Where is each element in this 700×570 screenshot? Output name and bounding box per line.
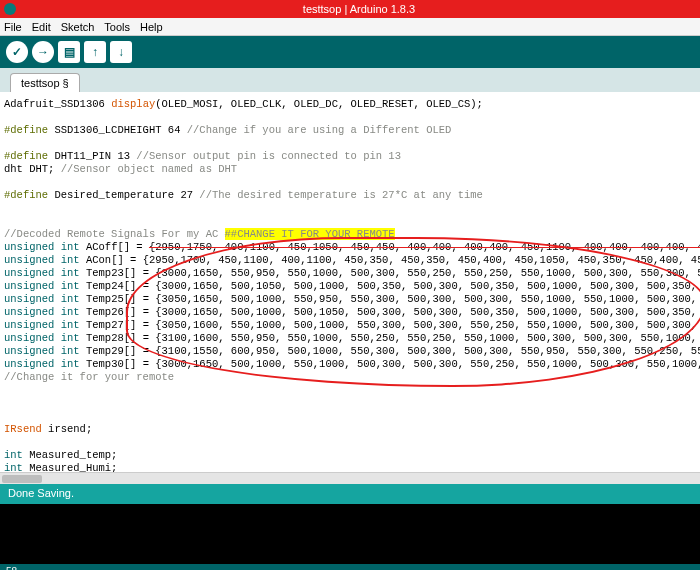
footer-bar: 58 (0, 564, 700, 570)
menu-edit[interactable]: Edit (32, 21, 51, 33)
line-number: 58 (6, 566, 17, 570)
menu-bar: File Edit Sketch Tools Help (0, 18, 700, 36)
tab-bar: testtsop § (0, 68, 700, 92)
save-button[interactable]: ↓ (110, 41, 132, 63)
horizontal-scrollbar[interactable] (0, 472, 700, 484)
menu-file[interactable]: File (4, 21, 22, 33)
menu-sketch[interactable]: Sketch (61, 21, 95, 33)
verify-button[interactable]: ✓ (6, 41, 28, 63)
menu-help[interactable]: Help (140, 21, 163, 33)
scrollbar-thumb[interactable] (2, 475, 42, 483)
toolbar: ✓ → ▤ ↑ ↓ (0, 36, 700, 68)
window-title: testtsop | Arduino 1.8.3 (22, 3, 696, 15)
arduino-icon (4, 3, 16, 15)
status-text: Done Saving. (8, 487, 74, 499)
menu-tools[interactable]: Tools (104, 21, 130, 33)
title-bar: testtsop | Arduino 1.8.3 (0, 0, 700, 18)
open-button[interactable]: ↑ (84, 41, 106, 63)
code-editor[interactable]: Adafruit_SSD1306 display(OLED_MOSI, OLED… (0, 92, 700, 472)
console-output[interactable] (0, 504, 700, 564)
tab-sketch[interactable]: testtsop § (10, 73, 80, 92)
upload-button[interactable]: → (32, 41, 54, 63)
new-button[interactable]: ▤ (58, 41, 80, 63)
status-bar: Done Saving. (0, 484, 700, 504)
